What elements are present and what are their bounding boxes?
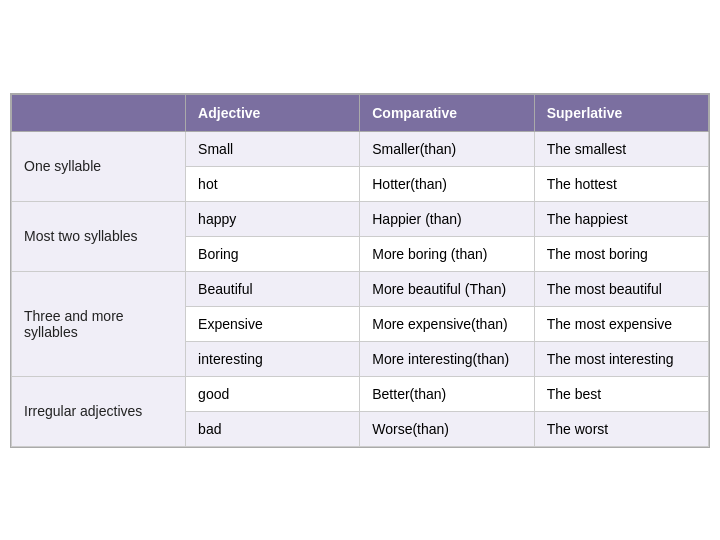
header-comparative: Comparative [360,94,535,131]
adjective-cell: happy [186,201,360,236]
superlative-cell: The most beautiful [534,271,708,306]
comparative-cell: Happier (than) [360,201,535,236]
comparative-cell: More boring (than) [360,236,535,271]
header-category [12,94,186,131]
category-cell: Three and more syllables [12,271,186,376]
superlative-cell: The most interesting [534,341,708,376]
category-cell: Irregular adjectives [12,376,186,446]
header-adjective: Adjective [186,94,360,131]
comparative-cell: Hotter(than) [360,166,535,201]
comparative-cell: More interesting(than) [360,341,535,376]
comparative-cell: More beautiful (Than) [360,271,535,306]
adjective-cell: Small [186,131,360,166]
comparative-cell: Smaller(than) [360,131,535,166]
comparative-cell: More expensive(than) [360,306,535,341]
superlative-cell: The happiest [534,201,708,236]
adjective-cell: hot [186,166,360,201]
adjective-cell: Boring [186,236,360,271]
grammar-table: Adjective Comparative Superlative One sy… [10,93,710,448]
superlative-cell: The best [534,376,708,411]
adjective-cell: interesting [186,341,360,376]
superlative-cell: The hottest [534,166,708,201]
adjective-cell: Beautiful [186,271,360,306]
adjective-cell: good [186,376,360,411]
adjective-cell: Expensive [186,306,360,341]
superlative-cell: The most boring [534,236,708,271]
superlative-cell: The smallest [534,131,708,166]
category-cell: Most two syllables [12,201,186,271]
adjective-cell: bad [186,411,360,446]
comparative-cell: Better(than) [360,376,535,411]
superlative-cell: The worst [534,411,708,446]
category-cell: One syllable [12,131,186,201]
superlative-cell: The most expensive [534,306,708,341]
header-superlative: Superlative [534,94,708,131]
comparative-cell: Worse(than) [360,411,535,446]
